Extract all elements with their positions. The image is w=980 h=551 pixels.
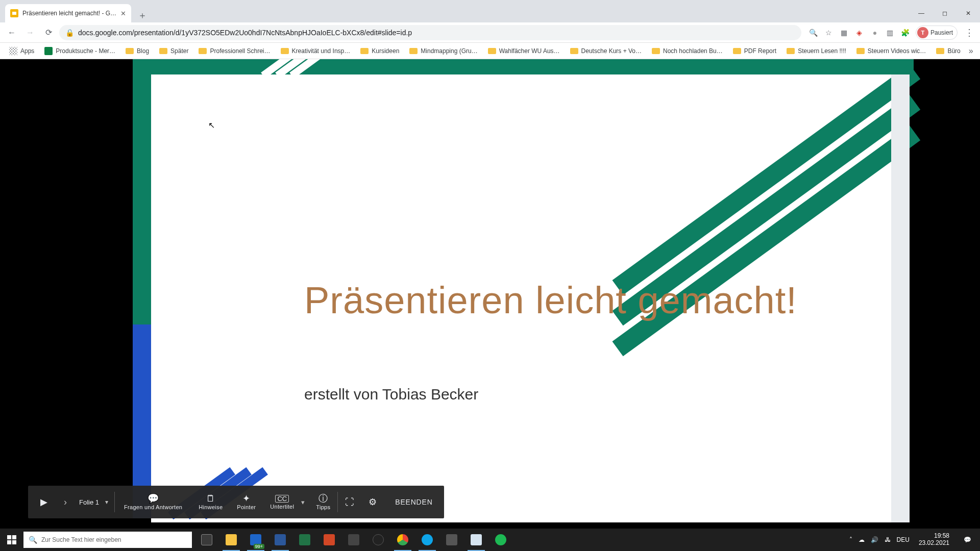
bookmark-star-icon[interactable]: ☆	[824, 28, 834, 38]
qa-button[interactable]: 💬 Fragen und Antworten	[115, 486, 191, 518]
obs-button[interactable]	[366, 529, 390, 551]
bookmark-label: Produktsuche - Mer…	[56, 47, 115, 55]
address-bar[interactable]: 🔒 docs.google.com/presentation/d/1yV372S…	[59, 25, 801, 40]
powerpoint-button[interactable]	[317, 529, 341, 551]
slide-title: Präsentieren leicht gemacht!	[304, 279, 797, 322]
start-button[interactable]	[0, 535, 23, 544]
browser-menu-button[interactable]: ⋮	[963, 27, 976, 38]
folder-icon	[159, 48, 167, 54]
bookmarks-overflow-button[interactable]: »	[967, 46, 975, 56]
maximize-button[interactable]: ◻	[933, 4, 957, 22]
avatar-icon: T	[917, 27, 928, 38]
captions-icon: CC	[275, 495, 289, 503]
folder-icon	[488, 48, 496, 54]
reader-icon[interactable]: ▦	[839, 28, 849, 38]
cursor-icon: ↖	[208, 120, 215, 130]
next-slide-button[interactable]: ›	[57, 497, 74, 507]
new-tab-button[interactable]: ＋	[135, 8, 150, 22]
extensions-puzzle-icon[interactable]: 🧩	[900, 28, 911, 38]
search-icon: 🔍	[29, 536, 37, 544]
speaker-notes-button[interactable]: 🗒 Hinweise	[191, 486, 230, 518]
volume-icon[interactable]: 🔊	[871, 536, 878, 543]
clock-date: 23.02.2021	[919, 540, 949, 547]
presenter-toolbar: ▶ › Folie 1 ▾ 💬 Fragen und Antworten 🗒 H…	[28, 486, 444, 518]
bookmark-label: Kreativität und Insp…	[292, 47, 351, 55]
tips-button[interactable]: ⓘ Tipps	[309, 486, 337, 518]
folder-icon	[126, 48, 134, 54]
extension-blocker-icon[interactable]: ◈	[854, 28, 865, 38]
slide-stage: Präsentieren leicht gemacht! erstellt vo…	[66, 59, 914, 529]
play-icon[interactable]: ▶	[33, 497, 55, 507]
folder-icon	[733, 48, 741, 54]
edge-button[interactable]	[415, 529, 439, 551]
network-icon[interactable]: 🖧	[885, 536, 891, 543]
notes-label: Hinweise	[199, 504, 223, 510]
lock-icon: 🔒	[65, 29, 74, 37]
bookmark-item[interactable]: Steuern Lesen !!!!	[782, 45, 850, 57]
folder-icon	[199, 48, 207, 54]
file-explorer-button[interactable]	[219, 529, 243, 551]
current-slide-label[interactable]: Folie 1	[76, 498, 102, 506]
close-window-button[interactable]: ✕	[957, 4, 980, 22]
slides-favicon-icon	[10, 9, 18, 17]
bookmark-label: Wahlfächer WU Aus…	[499, 47, 560, 55]
bookmark-item[interactable]: Noch hochladen Bu…	[648, 45, 727, 57]
bookmark-item[interactable]: Produktsuche - Mer…	[40, 45, 119, 57]
profile-button[interactable]: T Pausiert	[916, 26, 958, 40]
system-tray: ˄ ☁ 🔊 🖧 DEU 19:58 23.02.2021 💬	[845, 533, 980, 547]
fullscreen-button[interactable]: ⛶	[338, 497, 361, 508]
extension-icon[interactable]: ●	[870, 28, 880, 38]
slide-subtitle: erstellt von Tobias Becker	[304, 386, 478, 403]
svg-rect-0	[7, 535, 11, 539]
bookmark-item[interactable]: Kursideen	[356, 45, 403, 57]
minimize-button[interactable]: —	[910, 4, 933, 22]
bookmark-item[interactable]: Professionell Schrei…	[194, 45, 274, 57]
bookmark-item[interactable]: Kreativität und Insp…	[277, 45, 355, 57]
captions-button[interactable]: CC Untertitel	[263, 486, 301, 518]
back-button[interactable]: ←	[4, 25, 19, 40]
folder-icon	[652, 48, 660, 54]
chrome-button[interactable]	[391, 529, 414, 551]
bookmark-item[interactable]: Deutsche Kurs + Vo…	[566, 45, 646, 57]
pointer-label: Pointer	[237, 504, 256, 510]
slide-body: Präsentieren leicht gemacht! erstellt vo…	[151, 74, 910, 522]
app-button[interactable]	[342, 529, 365, 551]
word-button[interactable]	[268, 529, 292, 551]
folder-icon	[936, 48, 944, 54]
url-text: docs.google.com/presentation/d/1yV372SO5…	[78, 29, 795, 37]
reload-button[interactable]: ⟳	[41, 25, 56, 40]
captions-menu-chevron-icon[interactable]: ▾	[301, 498, 309, 506]
forward-button[interactable]: →	[22, 25, 38, 40]
bookmark-item[interactable]: Blog	[121, 45, 153, 57]
pointer-button[interactable]: ✦ Pointer	[230, 486, 263, 518]
browser-tab[interactable]: Präsentieren leicht gemacht! - G… ✕	[5, 4, 131, 22]
settings-button[interactable]: ⚙	[361, 496, 384, 508]
bookmark-item[interactable]: Steuern Videos wic…	[852, 45, 930, 57]
end-presentation-button[interactable]: BEENDEN	[384, 498, 444, 506]
bookmark-item[interactable]: PDF Report	[729, 45, 780, 57]
bookmark-label: Steuern Lesen !!!!	[798, 47, 846, 55]
notepad-button[interactable]	[464, 529, 488, 551]
tray-overflow-button[interactable]: ˄	[849, 536, 852, 543]
excel-button[interactable]	[293, 529, 316, 551]
bookmark-item[interactable]: Mindmapping (Gru…	[405, 45, 481, 57]
onedrive-icon[interactable]: ☁	[859, 536, 865, 543]
language-indicator[interactable]: DEU	[897, 536, 910, 543]
apps-shortcut[interactable]: Apps	[5, 45, 38, 57]
bookmark-item[interactable]: Büro	[932, 45, 964, 57]
clock[interactable]: 19:58 23.02.2021	[916, 533, 952, 547]
tab-close-icon[interactable]: ✕	[120, 10, 126, 17]
search-icon[interactable]: 🔍	[808, 28, 819, 38]
bookmark-item[interactable]: Später	[155, 45, 192, 57]
task-view-button[interactable]	[195, 529, 218, 551]
spotify-button[interactable]	[489, 529, 512, 551]
taskbar-search[interactable]: 🔍 Zur Suche Text hier eingeben	[23, 532, 192, 548]
app2-button[interactable]	[440, 529, 463, 551]
slide-picker-chevron-icon[interactable]: ▾	[104, 498, 109, 506]
extension-grid-icon[interactable]: ▥	[885, 28, 895, 38]
bookmark-item[interactable]: Wahlfächer WU Aus…	[484, 45, 564, 57]
gear-icon: ⚙	[369, 497, 377, 507]
action-center-button[interactable]: 💬	[959, 536, 976, 543]
bookmark-label: Professionell Schrei…	[210, 47, 270, 55]
edge-legacy-button[interactable]: 99+	[244, 529, 267, 551]
